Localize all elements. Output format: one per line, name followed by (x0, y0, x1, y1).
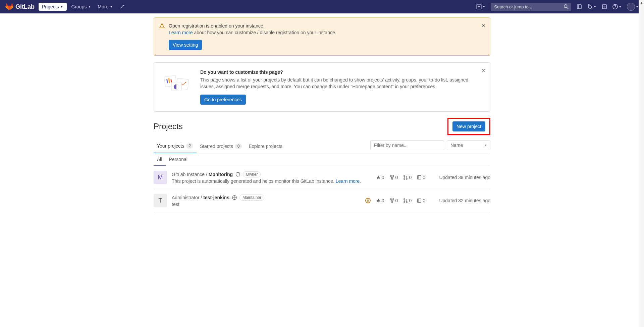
tab-starred-projects[interactable]: Starred projects 0 (197, 140, 246, 153)
shield-icon (235, 172, 240, 177)
project-list: MGitLab Instance / MonitoringOwnerThis p… (154, 166, 490, 212)
banner-description: This page shows a list of your projects … (200, 77, 482, 90)
go-to-preferences-button[interactable]: Go to preferences (200, 95, 246, 105)
forks-stat[interactable]: 0 (390, 198, 398, 203)
fork-icon (390, 175, 394, 180)
search-input[interactable] (491, 3, 571, 11)
todos-icon[interactable] (602, 4, 607, 9)
project-tabs: Your projects 2 Starred projects 0 Explo… (154, 139, 490, 153)
svg-point-16 (390, 175, 391, 177)
merge-request-icon (403, 175, 408, 180)
svg-point-18 (391, 178, 393, 180)
merge-requests-icon[interactable]: ▼ (587, 4, 596, 9)
svg-point-21 (406, 178, 408, 180)
issues-stat[interactable]: 0 (417, 198, 425, 203)
scrollbar[interactable]: ▲ (639, 0, 644, 212)
role-badge: Maintainer (239, 195, 264, 201)
role-badge: Owner (243, 171, 261, 177)
forks-stat[interactable]: 0 (390, 175, 398, 180)
project-sub-tabs: All Personal (154, 153, 490, 166)
sub-tab-all[interactable]: All (154, 153, 166, 166)
star-icon (376, 198, 381, 203)
chevron-down-icon: ▼ (619, 5, 622, 8)
customize-banner: Do you want to customize this page? This… (154, 62, 490, 112)
warning-icon (159, 23, 165, 50)
mrs-stat[interactable]: 0 (403, 198, 412, 203)
project-stats: !!0000 (365, 198, 425, 203)
filter-input[interactable] (370, 140, 444, 150)
svg-point-19 (404, 175, 405, 177)
chevron-down-icon: ▼ (482, 5, 485, 8)
globe-icon (232, 195, 237, 200)
svg-point-26 (391, 202, 393, 203)
issues-icon (417, 198, 422, 203)
tanuki-icon (5, 3, 13, 11)
stars-stat[interactable]: 0 (376, 175, 384, 180)
search-container (491, 3, 571, 11)
help-icon[interactable]: ▼ (612, 4, 622, 9)
alert-description: Learn more about how you can customize /… (169, 30, 485, 35)
tab-explore-projects[interactable]: Explore projects (245, 140, 285, 153)
count-badge: 2 (186, 143, 193, 149)
project-row: TAdministrator / test-jenkinsMaintainert… (154, 189, 490, 212)
page-title: Projects (154, 122, 183, 131)
merge-request-icon (403, 198, 408, 203)
page-header: Projects New project (154, 118, 490, 135)
gitlab-logo[interactable]: GitLab (5, 3, 35, 11)
svg-point-28 (404, 202, 405, 203)
brand-text: GitLab (15, 3, 35, 10)
tab-your-projects[interactable]: Your projects 2 (154, 139, 197, 153)
project-stats: 0000 (376, 175, 425, 180)
project-avatar[interactable]: M (154, 171, 167, 184)
sort-dropdown[interactable]: Name ▾ (447, 140, 490, 150)
project-row: MGitLab Instance / MonitoringOwnerThis p… (154, 166, 490, 189)
chevron-down-icon: ▼ (88, 5, 91, 8)
svg-point-5 (591, 8, 592, 9)
visibility-icon (235, 172, 240, 177)
svg-point-20 (404, 178, 405, 180)
view-setting-button[interactable]: View setting (169, 40, 202, 50)
mrs-stat[interactable]: 0 (403, 175, 412, 180)
top-navbar: GitLab Projects ▼ Groups ▼ More ▼ ▼ ▼ (0, 0, 644, 13)
banner-title: Do you want to customize this page? (200, 69, 482, 75)
stars-stat[interactable]: 0 (376, 198, 384, 203)
learn-more-link[interactable]: Learn more. (336, 178, 361, 184)
close-icon[interactable]: ✕ (481, 67, 485, 74)
svg-point-1 (564, 5, 567, 8)
issues-stat[interactable]: 0 (417, 175, 425, 180)
alert-title: Open registration is enabled on your ins… (169, 23, 485, 29)
alert-learn-more-link[interactable]: Learn more (169, 30, 193, 35)
chevron-down-icon: ▼ (60, 5, 63, 8)
plus-square-icon (476, 4, 482, 9)
issues-icon[interactable] (577, 4, 582, 9)
project-avatar[interactable]: T (154, 194, 167, 207)
svg-rect-22 (418, 176, 421, 179)
visibility-icon (232, 195, 237, 200)
star-icon (376, 175, 381, 180)
nav-more[interactable]: More ▼ (94, 3, 116, 11)
admin-wrench-icon[interactable] (116, 3, 128, 11)
new-project-button[interactable]: New project (452, 121, 485, 131)
project-link[interactable]: GitLab Instance / Monitoring (172, 172, 233, 177)
updated-time: Updated 39 minutes ago (430, 175, 490, 180)
svg-point-24 (390, 199, 391, 200)
chevron-down-icon: ▼ (636, 5, 639, 8)
nav-plus[interactable]: ▼ (476, 4, 485, 9)
issues-icon (417, 175, 422, 180)
svg-point-29 (406, 202, 408, 203)
nav-groups[interactable]: Groups ▼ (68, 3, 95, 11)
svg-point-27 (404, 199, 405, 200)
nav-projects[interactable]: Projects ▼ (39, 3, 67, 11)
highlight-annotation: New project (447, 118, 490, 135)
project-link[interactable]: Administrator / test-jenkins (172, 195, 229, 200)
svg-point-3 (588, 4, 589, 6)
project-description: test (172, 202, 361, 207)
user-menu[interactable]: ▼ (627, 3, 639, 11)
svg-point-25 (392, 199, 394, 200)
fork-icon (390, 198, 394, 203)
chevron-down-icon: ▼ (110, 5, 113, 8)
pipeline-status-icon[interactable]: !! (365, 198, 371, 203)
close-icon[interactable]: ✕ (481, 22, 485, 29)
scroll-up-icon[interactable]: ▲ (639, 0, 644, 5)
sub-tab-personal[interactable]: Personal (166, 153, 191, 166)
